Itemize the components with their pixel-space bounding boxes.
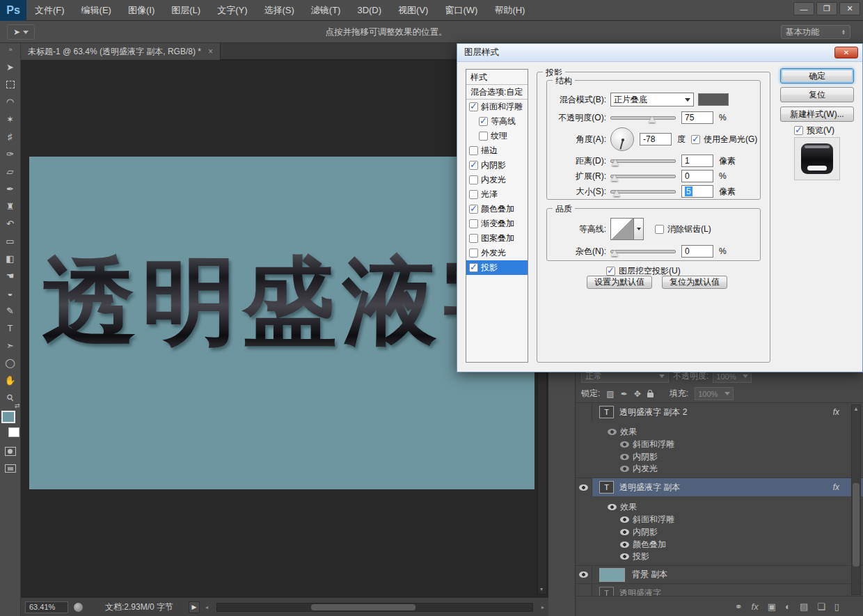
layer-name[interactable]: 透明盛液字 副本 2	[619, 406, 687, 418]
scroll-up-icon[interactable]: ▲	[852, 405, 860, 413]
workspace-switcher[interactable]: 基本功能 ▲▼	[781, 25, 850, 39]
layer-knockout-checkbox[interactable]	[606, 267, 615, 276]
style-item-drop-shadow[interactable]: 投影	[466, 260, 528, 275]
style-item-inner-shadow[interactable]: 内阴影	[466, 158, 528, 173]
screen-mode-button[interactable]	[5, 464, 16, 473]
background-color-swatch[interactable]	[8, 427, 19, 437]
visibility-toggle[interactable]	[576, 478, 592, 496]
eye-icon[interactable]	[620, 542, 629, 548]
layer-group-icon[interactable]: ▤	[800, 601, 808, 612]
layers-scrollbar-thumb[interactable]	[853, 483, 860, 567]
slider-thumb[interactable]	[611, 175, 618, 181]
adjustment-layer-icon[interactable]: ◐	[785, 601, 791, 612]
rectangular-marquee-tool[interactable]	[1, 76, 19, 93]
menu-layer[interactable]: 图层(L)	[163, 0, 209, 21]
quick-selection-tool[interactable]: ✶	[1, 111, 19, 128]
new-layer-icon[interactable]: ❏	[817, 601, 825, 612]
opacity-slider[interactable]	[610, 112, 676, 123]
smudge-tool[interactable]: ☚	[1, 267, 19, 285]
opacity-field[interactable]: 75	[681, 111, 713, 124]
effect-row[interactable]: 投影	[576, 551, 863, 566]
healing-brush-tool[interactable]: ▱	[1, 163, 19, 180]
size-field[interactable]: 5	[681, 185, 713, 198]
shadow-blend-mode-select[interactable]: 正片叠底	[610, 93, 694, 106]
style-item-inner-glow[interactable]: 内发光	[466, 173, 528, 187]
crop-tool[interactable]: ♯	[1, 128, 19, 145]
text-layer-thumbnail[interactable]: T	[599, 587, 614, 597]
hand-tool[interactable]: ✋	[1, 372, 19, 389]
effect-row[interactable]: 内发光	[576, 463, 863, 478]
ellipse-tool[interactable]: ◯	[1, 354, 19, 372]
layer-row[interactable]: T 透明盛液字 副本 2 fx	[576, 403, 863, 421]
layer-row[interactable]: 背景 副本	[576, 566, 863, 584]
menu-3d[interactable]: 3D(D)	[349, 0, 390, 21]
layer-name[interactable]: 背景 副本	[632, 569, 667, 581]
history-brush-tool[interactable]: ↶	[1, 215, 19, 232]
layer-fill-field[interactable]: 100%	[695, 387, 734, 400]
dialog-title-bar[interactable]: 图层样式 ✕	[457, 44, 862, 62]
eye-icon[interactable]	[608, 429, 617, 435]
menu-view[interactable]: 视图(V)	[390, 0, 436, 21]
style-item-satin[interactable]: 光泽	[466, 187, 528, 202]
text-layer-thumbnail[interactable]: T	[599, 481, 614, 493]
style-item-color-overlay[interactable]: 颜色叠加	[466, 202, 528, 216]
preview-checkbox[interactable]	[794, 126, 803, 135]
style-item-texture[interactable]: 纹理	[466, 129, 528, 143]
style-item-contour[interactable]: 等高线	[466, 114, 528, 129]
link-layers-icon[interactable]: ⚭	[735, 601, 743, 612]
collapse-panel-icon[interactable]: »	[0, 43, 20, 54]
checkbox-unchecked[interactable]	[469, 190, 478, 199]
eye-icon[interactable]	[620, 454, 629, 460]
checkbox-unchecked[interactable]	[469, 234, 478, 243]
layer-row[interactable]: T 透明盛液字	[576, 584, 863, 597]
layer-name[interactable]: 透明盛液字	[619, 587, 661, 597]
minimize-button[interactable]: —	[793, 2, 814, 15]
noise-field[interactable]: 0	[681, 245, 713, 258]
shadow-color-swatch[interactable]	[698, 93, 729, 106]
eyedropper-tool[interactable]: ✑	[1, 145, 19, 163]
make-default-button[interactable]: 设置为默认值	[587, 276, 652, 289]
visibility-toggle[interactable]	[576, 403, 592, 421]
style-item-stroke[interactable]: 描边	[466, 143, 528, 158]
document-tab[interactable]: 未标题-1 @ 63.4% (透明盛液字 副本, RGB/8) * ×	[21, 43, 221, 60]
tab-close-icon[interactable]: ×	[208, 47, 213, 56]
status-expand-button[interactable]: ▶	[189, 601, 200, 613]
swap-colors-icon[interactable]: ⇄	[15, 402, 20, 409]
checkbox-unchecked[interactable]	[469, 146, 478, 155]
text-layer-thumbnail[interactable]: T	[599, 406, 614, 418]
style-item-bevel-emboss[interactable]: 斜面和浮雕	[466, 100, 528, 114]
menu-edit[interactable]: 编辑(E)	[73, 0, 120, 21]
noise-slider[interactable]	[610, 246, 676, 257]
lock-paint-icon[interactable]: ✒	[621, 389, 628, 399]
eye-icon[interactable]	[608, 504, 617, 510]
menu-select[interactable]: 选择(S)	[255, 0, 302, 21]
size-slider[interactable]	[610, 186, 676, 197]
eye-icon[interactable]	[620, 529, 629, 535]
reset-default-button[interactable]: 复位为默认值	[662, 276, 727, 289]
menu-image[interactable]: 图像(I)	[120, 0, 163, 21]
spread-slider[interactable]	[610, 171, 676, 182]
delete-layer-icon[interactable]: ▯	[834, 601, 839, 612]
menu-file[interactable]: 文件(F)	[26, 0, 73, 21]
checkbox-unchecked[interactable]	[479, 132, 488, 141]
blending-options-item[interactable]: 混合选项:自定	[466, 85, 528, 100]
menu-type[interactable]: 文字(Y)	[209, 0, 255, 21]
slider-thumb[interactable]	[649, 116, 656, 123]
lock-transparency-icon[interactable]: ▨	[606, 389, 614, 399]
lock-position-icon[interactable]: ✥	[634, 389, 641, 399]
effect-row[interactable]: 颜色叠加	[576, 538, 863, 551]
scroll-left-icon[interactable]: ◂	[205, 604, 208, 610]
scroll-down-icon[interactable]: ▾	[540, 586, 543, 592]
close-button[interactable]: ✕	[839, 2, 860, 15]
slider-thumb[interactable]	[612, 159, 619, 166]
style-item-pattern-overlay[interactable]: 图案叠加	[466, 231, 528, 246]
lasso-tool[interactable]: ◠	[1, 93, 19, 111]
checkbox-unchecked[interactable]	[469, 248, 478, 258]
angle-dial[interactable]	[610, 127, 634, 151]
zoom-level-field[interactable]: 63.41%	[25, 601, 68, 613]
checkbox-unchecked[interactable]	[469, 175, 478, 184]
reset-button[interactable]: 复位	[780, 87, 854, 102]
quick-mask-button[interactable]	[5, 447, 16, 456]
image-layer-thumbnail[interactable]	[599, 568, 625, 582]
maximize-button[interactable]: ❐	[816, 2, 837, 15]
